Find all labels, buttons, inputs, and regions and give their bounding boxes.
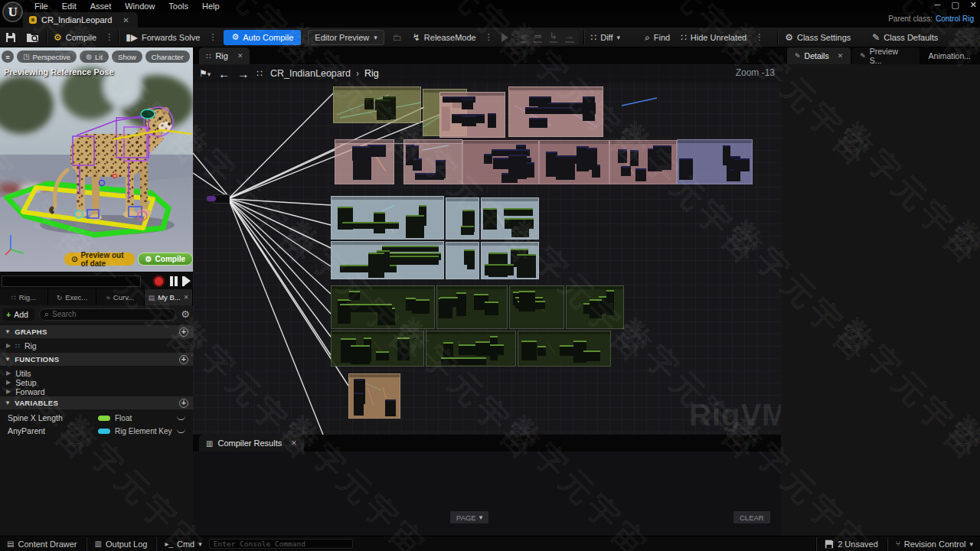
graph-node[interactable] <box>630 150 639 166</box>
viewport-menu-button[interactable]: ≡ <box>2 51 14 63</box>
page-dropdown[interactable]: PAGE▾ <box>450 511 488 523</box>
tab-close-icon[interactable]: ✕ <box>184 294 189 301</box>
node-comment-box[interactable] <box>609 140 677 184</box>
graph-node[interactable] <box>519 291 535 311</box>
node-comment-box[interactable] <box>436 285 508 329</box>
functions-section-header[interactable]: ▼ FUNCTIONS + <box>0 353 193 366</box>
import-icon[interactable]: 🗀 <box>387 28 407 47</box>
menu-tools[interactable]: Tools <box>162 1 195 11</box>
graph-node[interactable] <box>560 345 575 356</box>
graph-node[interactable] <box>517 254 536 278</box>
node-comment-box[interactable] <box>446 197 479 240</box>
search-box[interactable]: ⌕ <box>39 308 177 321</box>
node-comment-box[interactable] <box>331 285 435 329</box>
pause-icon[interactable] <box>170 276 173 286</box>
graph-node[interactable] <box>376 351 389 360</box>
variable-row-spine-x-length[interactable]: Spine X Length Float <box>0 412 193 424</box>
compile-button[interactable]: ⚙Compile <box>48 28 102 47</box>
tab-execution[interactable]: ↻Exec... <box>48 289 96 305</box>
graph-node[interactable] <box>354 393 364 416</box>
graph-node[interactable] <box>606 290 614 315</box>
graph-node[interactable] <box>368 145 386 157</box>
function-item-forward[interactable]: ▶Forward <box>0 386 193 397</box>
graph-node[interactable] <box>488 113 496 128</box>
node-comment-box[interactable] <box>518 331 611 367</box>
graph-node[interactable] <box>587 148 597 170</box>
timeline-slider[interactable] <box>2 276 141 287</box>
settings-gear-icon[interactable]: ⚙ <box>181 308 190 320</box>
cmd-dropdown[interactable]: ▸_Cmd▾ <box>158 536 208 551</box>
graph-node[interactable] <box>436 160 446 178</box>
graph-node[interactable] <box>382 256 439 265</box>
node-comment-box[interactable] <box>403 139 462 184</box>
graph-node[interactable] <box>529 96 539 106</box>
save-button[interactable] <box>0 28 21 47</box>
tab-close-icon[interactable]: ✕ <box>237 52 243 60</box>
solve-options-icon[interactable]: ⋮ <box>205 32 220 42</box>
browse-asset-button[interactable] <box>21 28 44 47</box>
graph-node[interactable] <box>483 208 497 230</box>
graph-node[interactable] <box>485 264 514 276</box>
tab-compiler-results[interactable]: ▥ Compiler Results ✕ <box>199 435 304 452</box>
node-comment-box[interactable] <box>439 92 505 138</box>
graph-node[interactable] <box>441 357 486 365</box>
class-settings-button[interactable]: ⚙Class Settings <box>779 28 856 47</box>
node-comment-box[interactable] <box>539 140 609 184</box>
graph-node[interactable] <box>375 99 390 110</box>
tab-my-blueprint[interactable]: ▤My B...✕ <box>145 289 193 305</box>
hide-unrelated-button[interactable]: ∷Hide Unrelated <box>675 28 752 47</box>
graph-node[interactable] <box>508 155 527 179</box>
diff-dropdown[interactable]: ∷Diff▾ <box>586 28 626 47</box>
viewport-compile-button[interactable]: ⚙Compile <box>138 253 193 266</box>
parent-class-value[interactable]: Control Rig <box>936 15 974 23</box>
forwards-solve-button[interactable]: ▮▶Forwards Solve <box>120 28 205 47</box>
graph-node[interactable] <box>462 116 476 126</box>
node-comment-box[interactable] <box>462 140 539 184</box>
node-comment-box[interactable] <box>481 197 539 240</box>
tab-close-icon[interactable]: ✕ <box>838 52 844 60</box>
tab-rig-graph[interactable]: ∷ Rig ✕ <box>199 47 250 64</box>
menu-asset[interactable]: Asset <box>83 1 119 11</box>
graph-node[interactable] <box>485 302 498 315</box>
graph-node[interactable] <box>504 208 533 216</box>
graph-node[interactable] <box>464 249 475 265</box>
clear-button[interactable]: CLEAR <box>733 511 770 523</box>
tab-rig-hierarchy[interactable]: ∷Rig... <box>0 289 48 305</box>
compile-options-icon[interactable]: ⋮ <box>102 32 116 42</box>
release-mode-options-icon[interactable]: ⋮ <box>482 32 496 42</box>
node-comment-box[interactable] <box>333 86 421 123</box>
tab-preview-scene[interactable]: ✎ Preview S... <box>852 47 919 64</box>
forward-arrow-icon[interactable]: → <box>237 67 249 80</box>
menu-file[interactable]: File <box>28 1 55 11</box>
pause-icon[interactable] <box>175 276 178 286</box>
graph-node[interactable] <box>342 222 399 229</box>
graph-node[interactable] <box>368 253 384 278</box>
graph-node[interactable] <box>440 297 458 307</box>
step-into-icon[interactable]: ↳ <box>550 31 557 43</box>
graph-node[interactable] <box>679 158 693 180</box>
find-instruction-icon[interactable]: ⌕ <box>521 31 527 43</box>
graphs-section-header[interactable]: ▼ GRAPHS + <box>0 325 193 338</box>
editor-preview-dropdown[interactable]: Editor Preview▾ <box>308 30 384 45</box>
class-defaults-button[interactable]: ✎Class Defaults <box>867 28 943 47</box>
output-log-button[interactable]: ▥Output Log <box>88 536 155 551</box>
node-comment-box[interactable] <box>566 285 624 329</box>
graph-node[interactable] <box>521 341 537 360</box>
close-icon[interactable]: ✕ <box>970 0 977 10</box>
graph-node[interactable] <box>385 399 396 416</box>
node-comment-box[interactable] <box>677 139 753 184</box>
graph-node[interactable] <box>461 226 474 235</box>
restore-icon[interactable]: ▢ <box>951 0 959 10</box>
menu-window[interactable]: Window <box>118 1 162 11</box>
content-drawer-button[interactable]: ▤Content Drawer <box>0 536 84 551</box>
graph-node[interactable] <box>462 99 473 109</box>
visibility-eye-icon[interactable] <box>177 429 185 433</box>
graph-item-rig[interactable]: ▶ ∷ Rig <box>0 340 193 351</box>
variables-section-header[interactable]: ▼ VARIABLES + <box>0 396 193 409</box>
graph-node[interactable] <box>357 146 370 159</box>
record-button[interactable] <box>153 276 165 287</box>
bookmark-icon[interactable]: ⚑▾ <box>199 68 211 79</box>
breadcrumb-root[interactable]: CR_IndianLeopard <box>270 68 351 79</box>
node-comment-box[interactable] <box>481 242 539 279</box>
add-variable-icon[interactable]: + <box>179 399 188 408</box>
